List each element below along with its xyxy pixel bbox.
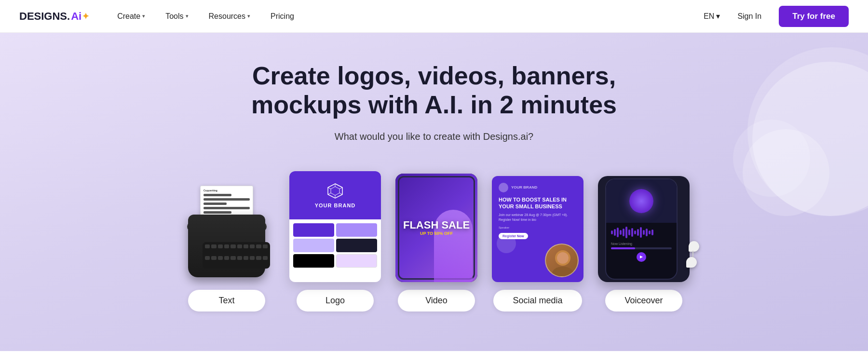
typewriter-key [205,256,210,260]
voice-bar [637,229,639,236]
video-flash-text: FLASH SALE [403,219,470,231]
voice-bar [651,230,653,235]
voice-play-row: ▶ [611,252,672,262]
social-circle-deco [497,234,516,253]
voice-bar [617,228,619,237]
nav-item-create[interactable]: Create ▾ [108,8,154,25]
card-video[interactable]: FLASH SALE UP TO 50% OFF Video [395,174,477,311]
swatch [336,254,377,268]
swatch [293,223,334,237]
nav-item-pricing[interactable]: Pricing [262,8,303,25]
typewriter-key [224,256,229,260]
logo-brand-text: YOUR BRAND [315,203,356,208]
voice-circle-visualizer [629,189,653,213]
typewriter-key [231,244,235,248]
social-title: HOW TO BOOST SALES IN YOUR SMALL BUSINES… [499,196,577,210]
card-logo-label[interactable]: Logo [297,290,374,311]
swatch [336,239,377,252]
video-bg: FLASH SALE UP TO 50% OFF [395,174,477,282]
typewriter-key [256,244,261,248]
nav-menu: Create ▾ Tools ▾ Resources ▾ Pricing [108,8,704,25]
voice-progress-bar [611,247,672,249]
nav-item-tools[interactable]: Tools ▾ [157,8,197,25]
social-card-image: YOUR BRAND HOW TO BOOST SALES IN YOUR SM… [492,176,583,282]
logo-ai: Ai ✦ [71,10,89,23]
nav-right: EN ▾ Sign In Try for free [704,6,849,27]
paper-line [203,203,227,205]
card-text-label[interactable]: Text [188,290,265,311]
card-voice-label[interactable]: Voiceover [605,290,682,311]
voice-bar [631,228,633,237]
typewriter-key [237,256,242,260]
card-logo[interactable]: YOUR BRAND Logo [289,171,381,311]
chevron-down-icon: ▾ [186,13,189,19]
social-card: YOUR BRAND HOW TO BOOST SALES IN YOUR SM… [492,176,583,282]
voice-bar [649,230,651,234]
chevron-down-icon: ▾ [716,12,720,21]
social-speaker-label: Speaker [499,226,509,229]
typewriter-key [237,244,242,248]
video-card: FLASH SALE UP TO 50% OFF [395,174,477,282]
paper-line [203,211,231,214]
voice-bar [646,229,648,236]
svg-line-7 [328,187,331,189]
typewriter-key [244,256,248,260]
logo-spark-icon: ✦ [82,11,89,22]
voice-bar [620,230,622,235]
earbud-bottom [686,257,697,268]
voice-bar [611,230,613,234]
card-text[interactable]: Copywriting [178,186,275,311]
paper-line [203,194,231,196]
svg-marker-1 [331,187,339,195]
card-social-label[interactable]: Social media [493,290,582,311]
typewriter-key [244,244,248,248]
logo-hexagon-icon [326,182,344,200]
card-voice[interactable]: Now Listening ▶ [598,176,690,311]
video-sub-text: UP TO 50% OFF [420,231,453,236]
chevron-down-icon: ▾ [142,13,145,19]
navbar: DESIGNS. Ai ✦ Create ▾ Tools ▾ Resources… [0,0,868,33]
typewriter-key [211,244,216,248]
card-video-label[interactable]: Video [398,290,475,311]
language-selector[interactable]: EN ▾ [704,12,720,21]
speaker-face-icon [546,244,579,277]
logo-card-header: YOUR BRAND [289,171,381,219]
voice-earbuds [678,241,699,268]
svg-line-4 [339,193,342,194]
typewriter-key [218,256,223,260]
try-free-button[interactable]: Try for free [779,6,849,27]
typewriter-key [205,244,210,248]
paper-line: Copywriting [203,189,236,192]
voice-bar [623,229,624,236]
hero-title: Create logos, videos, banners, mockups w… [217,62,651,120]
voice-card: Now Listening ▶ [598,176,690,282]
svg-line-6 [328,193,331,194]
deco-circle-large [747,47,868,216]
logo-card-swatches [289,219,381,271]
typewriter-key [263,256,268,260]
voice-waveform [606,223,677,240]
typewriter: Copywriting [178,186,275,282]
social-logo-name: YOUR BRAND [511,185,537,190]
voice-progress-fill [611,247,635,249]
logo-card-image: YOUR BRAND [289,171,381,282]
typewriter-key [250,256,255,260]
nav-item-resources[interactable]: Resources ▾ [200,8,259,25]
typewriter-keys [203,242,270,269]
voice-phone-frame: Now Listening ▶ [605,178,678,280]
voice-bar [614,229,616,236]
typewriter-body [188,215,265,277]
sign-in-button[interactable]: Sign In [730,8,769,25]
social-logo-dot [499,183,508,192]
social-desc: Join our webinar 28 Aug @ 7:30pm (GMT +8… [499,213,577,222]
logo[interactable]: DESIGNS. Ai ✦ [19,10,89,23]
earbud-top [689,241,699,252]
card-social[interactable]: YOUR BRAND HOW TO BOOST SALES IN YOUR SM… [492,176,583,311]
voice-bar [634,230,636,234]
product-cards-row: Copywriting [72,171,796,311]
typewriter-key [224,244,229,248]
voice-phone-bottom: Now Listening ▶ [606,240,677,264]
voice-play-button[interactable]: ▶ [637,252,646,262]
voice-bar [625,227,627,238]
voice-phone-top [606,179,677,223]
